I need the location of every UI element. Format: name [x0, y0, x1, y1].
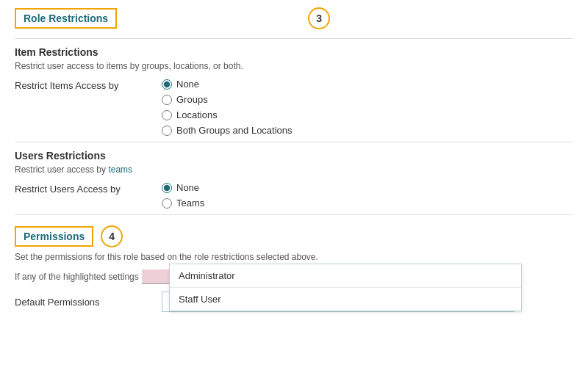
radio-both-label: Both Groups and Locations: [176, 125, 293, 136]
radio-groups[interactable]: [162, 95, 172, 105]
dropdown-option-administrator[interactable]: Administrator: [170, 264, 521, 288]
radio-groups-item[interactable]: Groups: [162, 94, 293, 105]
permissions-title: Permissions: [15, 226, 93, 247]
radio-none[interactable]: [162, 79, 172, 90]
page-container: Role Restrictions 3 Item Restrictions Re…: [0, 0, 588, 319]
restrict-users-label: Restrict Users Access by: [15, 182, 162, 195]
radio-users-none[interactable]: [162, 183, 172, 193]
radio-none-item[interactable]: None: [162, 79, 293, 90]
step-4-circle: 4: [101, 225, 123, 247]
restrict-users-options: None Teams: [162, 182, 204, 209]
users-restrictions-desc: Restrict user access by teams: [15, 164, 573, 175]
dropdown-overlay[interactable]: Administrator Staff User: [169, 264, 522, 311]
radio-teams-item[interactable]: Teams: [162, 198, 204, 209]
dropdown-option-staff-user[interactable]: Staff User: [170, 288, 521, 311]
divider-3: [15, 214, 573, 215]
divider-2: [15, 142, 573, 142]
item-restrictions-title: Item Restrictions: [15, 46, 573, 58]
item-restrictions-desc: Restrict user access to items by groups,…: [15, 61, 573, 71]
users-restrictions-title: Users Restrictions: [15, 150, 573, 162]
radio-teams-label: Teams: [176, 198, 204, 209]
restrict-items-options: None Groups Locations Both Groups and Lo…: [162, 79, 293, 136]
radio-users-none-label: None: [176, 182, 199, 193]
radio-both-item[interactable]: Both Groups and Locations: [162, 125, 293, 136]
role-restrictions-title: Role Restrictions: [15, 8, 117, 29]
radio-users-none-item[interactable]: None: [162, 182, 204, 193]
permissions-desc: Set the permissions for this role based …: [15, 252, 573, 262]
step-3-circle: 3: [308, 7, 330, 29]
permissions-header: Permissions 4: [15, 225, 573, 247]
radio-both[interactable]: [162, 126, 172, 136]
radio-locations-item[interactable]: Locations: [162, 109, 293, 120]
radio-locations[interactable]: [162, 110, 172, 120]
default-permissions-label: Default Permissions: [15, 297, 162, 308]
permissions-section: Permissions 4 Set the permissions for th…: [15, 225, 573, 312]
restrict-items-label: Restrict Items Access by: [15, 79, 162, 91]
dropdown-container: If any of the highlighted settings in an…: [15, 269, 573, 284]
divider-1: [15, 38, 573, 39]
radio-locations-label: Locations: [176, 109, 218, 120]
radio-none-label: None: [176, 79, 199, 90]
highlight-prefix: If any of the highlighted settings: [15, 272, 139, 282]
restrict-users-row: Restrict Users Access by None Teams: [15, 182, 573, 209]
radio-teams[interactable]: [162, 198, 172, 209]
radio-groups-label: Groups: [176, 94, 208, 105]
restrict-items-row: Restrict Items Access by None Groups Loc…: [15, 79, 573, 136]
teams-link[interactable]: teams: [108, 164, 132, 175]
role-restrictions-header: Role Restrictions 3: [15, 7, 573, 29]
